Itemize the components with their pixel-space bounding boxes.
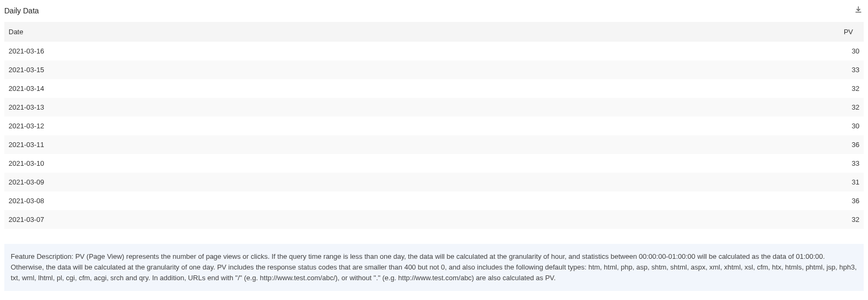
table-row: 2021-03-1630 xyxy=(4,42,864,60)
table-row: 2021-03-1332 xyxy=(4,98,864,117)
cell-date: 2021-03-14 xyxy=(4,79,821,98)
cell-pv: 32 xyxy=(821,98,864,117)
cell-date: 2021-03-13 xyxy=(4,98,821,117)
feature-description: Feature Description: PV (Page View) repr… xyxy=(4,244,864,291)
table-row: 2021-03-1533 xyxy=(4,60,864,79)
table-row: 2021-03-1230 xyxy=(4,117,864,135)
cell-pv: 33 xyxy=(821,60,864,79)
cell-date: 2021-03-16 xyxy=(4,42,821,60)
cell-date: 2021-03-15 xyxy=(4,60,821,79)
section-header: Daily Data xyxy=(4,3,864,22)
cell-pv: 30 xyxy=(821,42,864,60)
cell-date: 2021-03-08 xyxy=(4,191,821,210)
table-row: 2021-03-0836 xyxy=(4,191,864,210)
cell-date: 2021-03-12 xyxy=(4,117,821,135)
cell-pv: 32 xyxy=(821,210,864,229)
download-button[interactable] xyxy=(853,4,864,17)
table-row: 2021-03-0732 xyxy=(4,210,864,229)
cell-pv: 33 xyxy=(821,154,864,173)
download-icon xyxy=(854,5,863,16)
daily-data-table: Date PV 2021-03-16302021-03-15332021-03-… xyxy=(4,22,864,229)
table-scroll-area[interactable]: 2021-03-16302021-03-15332021-03-14322021… xyxy=(4,42,864,229)
cell-pv: 32 xyxy=(821,79,864,98)
table-row: 2021-03-1136 xyxy=(4,135,864,154)
cell-pv: 31 xyxy=(821,173,864,191)
table-row: 2021-03-1033 xyxy=(4,154,864,173)
cell-date: 2021-03-09 xyxy=(4,173,821,191)
col-header-pv: PV xyxy=(425,22,864,42)
cell-date: 2021-03-11 xyxy=(4,135,821,154)
cell-date: 2021-03-10 xyxy=(4,154,821,173)
cell-pv: 36 xyxy=(821,135,864,154)
cell-pv: 30 xyxy=(821,117,864,135)
table-row: 2021-03-1432 xyxy=(4,79,864,98)
col-header-date: Date xyxy=(4,22,425,42)
cell-pv: 36 xyxy=(821,191,864,210)
table-row: 2021-03-0931 xyxy=(4,173,864,191)
section-title: Daily Data xyxy=(4,6,39,15)
cell-date: 2021-03-07 xyxy=(4,210,821,229)
